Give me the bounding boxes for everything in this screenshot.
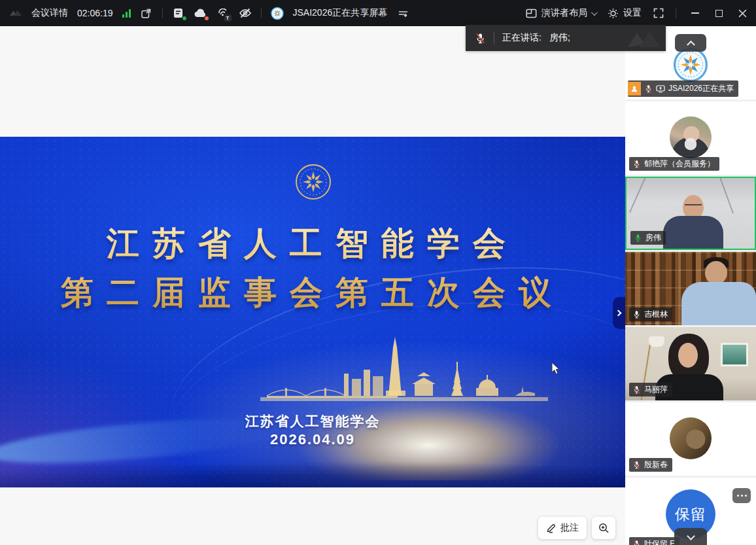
next-page-arrow-button[interactable] — [613, 297, 625, 329]
screen-share-icon — [656, 85, 665, 93]
slide-footer-org: 江苏省人工智能学会 — [0, 412, 625, 431]
sharing-status-text: JSAI2026正在共享屏幕 — [293, 7, 388, 19]
meeting-window: 会议详情 02:06:19 T — [0, 0, 756, 545]
titlebar: 会议详情 02:06:19 T — [0, 0, 756, 26]
chevron-down-icon — [591, 9, 598, 16]
annotate-label: 批注 — [560, 522, 579, 534]
meeting-timer: 02:06:19 — [77, 8, 113, 18]
zoom-in-button[interactable] — [592, 517, 615, 539]
settings-label: 设置 — [623, 7, 642, 19]
city-skyline-graphic — [260, 333, 548, 421]
slide-title-line1: 江苏省人工智能学会 — [0, 219, 625, 268]
participant-avatar — [670, 417, 712, 459]
speaking-prefix: 正在讲话: — [502, 32, 541, 44]
open-external-icon[interactable] — [140, 7, 153, 20]
transcription-badge: T — [224, 14, 232, 22]
layout-button[interactable]: 演讲者布局 — [524, 7, 596, 20]
cloud-record-icon[interactable] — [194, 7, 207, 20]
close-button[interactable] — [738, 9, 747, 18]
mic-on-icon — [632, 310, 641, 319]
participant-name: 郁艳萍（会员服务） — [644, 158, 715, 169]
layout-label: 演讲者布局 — [541, 7, 587, 19]
participant-tile-yinxinchun[interactable]: 殷新春 — [625, 402, 756, 476]
mic-muted-icon — [632, 385, 641, 394]
participants-sidebar: JSAI2026正在共享 郁艳萍（会员服务） 房伟 — [625, 26, 756, 545]
sharer-logo-icon — [271, 7, 284, 20]
sharing-options-icon[interactable] — [396, 7, 409, 20]
association-emblem — [294, 163, 332, 203]
jsai-logo-avatar — [673, 47, 708, 85]
network-signal-icon[interactable] — [122, 9, 131, 18]
collapse-sidebar-button[interactable] — [675, 34, 706, 52]
layout-icon — [524, 7, 538, 20]
mic-active-icon — [634, 234, 642, 242]
magnifier-plus-icon — [598, 523, 610, 534]
maximize-button[interactable] — [714, 9, 723, 18]
participant-name: 叶保留 F — [644, 538, 675, 545]
app-logo-icon — [9, 7, 22, 20]
minimize-button[interactable] — [691, 9, 700, 18]
participant-tile-fangwei-speaking[interactable]: 房伟 — [625, 177, 756, 250]
shared-screen-area: 江苏省人工智能学会 第二届监事会第五次会议 — [0, 26, 625, 545]
settings-button[interactable]: 设置 — [606, 7, 642, 20]
mic-muted-icon — [475, 33, 486, 44]
doc-status-icon[interactable] — [172, 7, 185, 20]
speaking-toast: 正在讲话: 房伟; — [466, 25, 666, 51]
presentation-slide: 江苏省人工智能学会 第二届监事会第五次会议 — [0, 137, 625, 487]
meeting-details-button[interactable]: 会议详情 — [31, 7, 68, 19]
slide-title-line2: 第二届监事会第五次会议 — [0, 268, 625, 317]
participant-name: 殷新春 — [644, 459, 668, 470]
annotate-button[interactable]: 批注 — [538, 517, 587, 539]
participant-name: 吉根林 — [644, 309, 668, 320]
host-badge-icon — [628, 82, 641, 96]
participant-avatar — [670, 116, 712, 158]
mic-muted-icon — [632, 160, 641, 168]
watermark-logo-icon — [625, 26, 663, 51]
mic-muted-icon — [632, 461, 641, 469]
transcription-icon[interactable]: T — [216, 7, 230, 20]
pen-icon — [546, 523, 557, 533]
participant-tile-jigenlin[interactable]: 吉根林 — [625, 252, 756, 325]
fullscreen-icon[interactable] — [652, 7, 665, 20]
participant-tile-yuyanping[interactable]: 郁艳萍（会员服务） — [625, 101, 756, 175]
participant-tile-maliping[interactable]: 马丽萍 — [625, 327, 756, 400]
avatar-initials: 保留 — [675, 504, 706, 525]
participant-name: 房伟 — [645, 232, 661, 243]
scroll-participants-down-button[interactable] — [674, 528, 707, 545]
participant-more-button[interactable] — [732, 488, 751, 503]
gear-icon — [606, 7, 619, 20]
mouse-cursor — [551, 362, 561, 378]
mic-muted-icon — [644, 84, 653, 93]
slide-title: 江苏省人工智能学会 第二届监事会第五次会议 — [0, 219, 625, 317]
hide-view-icon[interactable] — [239, 7, 252, 20]
speaking-names: 房伟; — [549, 32, 570, 44]
mic-muted-icon — [632, 540, 641, 545]
participant-name: 马丽萍 — [644, 384, 668, 395]
participant-name: JSAI2026正在共享 — [668, 83, 734, 94]
